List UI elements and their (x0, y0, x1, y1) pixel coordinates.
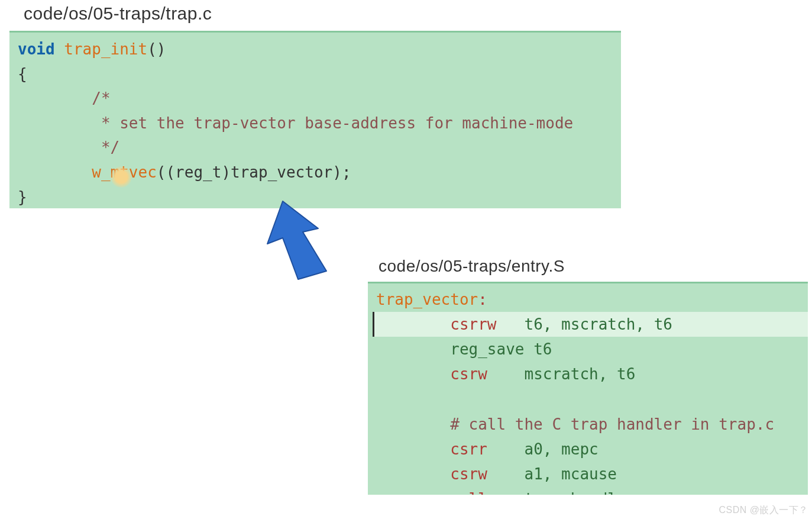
ops-l1: t6, mscratch, t6 (524, 315, 672, 333)
fn-trap-init: trap_init (64, 40, 147, 58)
file2-path: code/os/05-traps/entry.S (378, 257, 565, 276)
instr-csrr-a0: csrr (450, 440, 487, 458)
instr-csrw-a1: csrw (450, 465, 487, 483)
ops-l6: a1, mcause (524, 465, 617, 483)
brace-open: { (18, 65, 27, 83)
ops-l2: t6 (533, 340, 552, 358)
ops-l3: mscratch, t6 (524, 365, 635, 383)
instr-reg-save: reg_save (450, 340, 524, 358)
code-block-entry-s: trap_vector: csrrw t6, mscratch, t6 reg_… (368, 282, 808, 495)
brace-close: } (18, 188, 27, 206)
ops-l5: a0, mepc (524, 440, 598, 458)
cmt-line3: */ (18, 138, 119, 156)
blank-line (373, 386, 808, 411)
kw-void: void (18, 40, 55, 58)
instr-csrrw: csrrw (450, 315, 496, 333)
cmt-line2: * set the trap-vector base-address for m… (18, 114, 573, 132)
instr-call: call (450, 490, 487, 495)
watermark: CSDN @嵌入一下？ (719, 504, 808, 517)
highlighted-line: csrrw t6, mscratch, t6 (373, 312, 808, 337)
ops-l7: trap_handler (524, 490, 635, 495)
label-trap-vector: trap_vector (376, 291, 478, 308)
arrow-icon (254, 195, 349, 284)
call-args: ((reg_t)trap_vector); (157, 163, 351, 181)
svg-marker-0 (267, 201, 326, 279)
instr-csrw: csrw (450, 365, 487, 383)
code-block-trap-c: void trap_init() { /* * set the trap-vec… (9, 31, 621, 208)
call-indent (18, 163, 92, 181)
cmt-call-handler: # call the C trap handler in trap.c (373, 412, 808, 437)
label-colon: : (478, 291, 487, 308)
cmt-line1: /* (18, 89, 111, 107)
fn-w-mtvec: w_mtvec (92, 163, 157, 181)
fn-parens: () (147, 40, 166, 58)
file1-path: code/os/05-traps/trap.c (24, 4, 212, 24)
